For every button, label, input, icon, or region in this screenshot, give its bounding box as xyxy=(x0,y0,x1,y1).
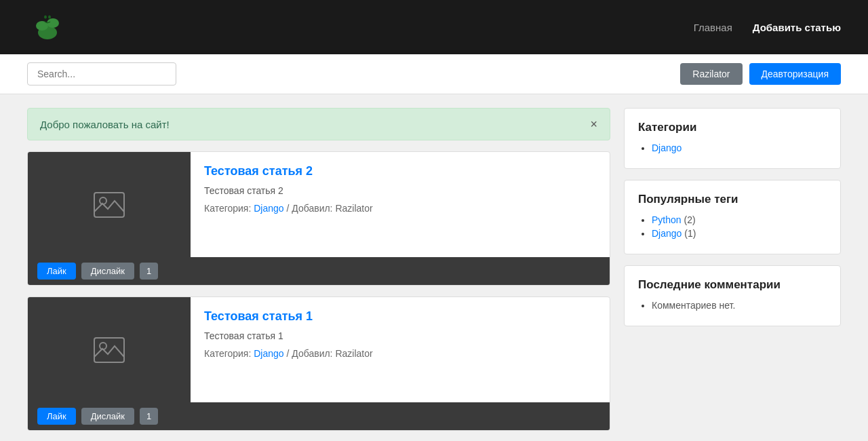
dislike-button[interactable]: Дислайк xyxy=(81,263,134,280)
category-link[interactable]: Django xyxy=(254,203,283,214)
article-title-link[interactable]: Тестовая статья 1 xyxy=(204,309,313,323)
svg-point-5 xyxy=(48,16,51,19)
category-label: Категория: xyxy=(204,203,251,214)
logo-icon xyxy=(27,7,68,47)
list-item: Python (2) xyxy=(652,214,827,225)
svg-rect-6 xyxy=(94,193,124,217)
article-footer: Лайк Дислайк 1 xyxy=(28,257,610,285)
subheader: Razilator Деавторизация xyxy=(0,54,868,94)
vote-count: 1 xyxy=(140,263,158,280)
article-thumbnail xyxy=(28,152,191,257)
welcome-text: Добро пожаловать на сайт! xyxy=(40,119,170,130)
article-card-inner: Тестовая статья 2 Тестовая статья 2 Кате… xyxy=(28,152,610,257)
categories-title: Категории xyxy=(638,121,827,134)
article-body: Тестовая статья 2 xyxy=(204,185,596,196)
list-item: Django (1) xyxy=(652,228,827,239)
list-item: Комментариев нет. xyxy=(652,300,827,311)
article-content: Тестовая статья 2 Тестовая статья 2 Кате… xyxy=(191,152,610,257)
list-item: Django xyxy=(652,142,827,153)
svg-point-4 xyxy=(44,16,47,19)
search-input[interactable] xyxy=(27,62,176,85)
welcome-banner: Добро пожаловать на сайт! × xyxy=(27,108,610,140)
main-container: Добро пожаловать на сайт! × Тестовая ста… xyxy=(0,94,868,441)
category-link[interactable]: Django xyxy=(652,142,682,153)
header: Главная Добавить статью xyxy=(0,0,868,54)
tag-link[interactable]: Python xyxy=(652,214,682,225)
category-label: Категория: xyxy=(204,348,251,359)
article-card: Тестовая статья 1 Тестовая статья 1 Кате… xyxy=(27,296,610,431)
logo xyxy=(27,7,68,47)
tag-count: (1) xyxy=(684,228,696,239)
comments-title: Последние комментарии xyxy=(638,278,827,292)
svg-point-9 xyxy=(100,343,106,349)
tag-count: (2) xyxy=(684,214,695,225)
article-thumbnail xyxy=(28,297,191,402)
article-title-link[interactable]: Тестовая статья 2 xyxy=(204,164,313,178)
svg-rect-8 xyxy=(94,338,124,362)
category-link[interactable]: Django xyxy=(254,348,283,359)
vote-count: 1 xyxy=(140,408,158,425)
popular-tags-title: Популярные теги xyxy=(638,193,827,206)
no-comments-text: Комментариев нет. xyxy=(652,300,735,311)
like-button[interactable]: Лайк xyxy=(37,408,76,425)
dislike-button[interactable]: Дислайк xyxy=(81,408,134,425)
article-body: Тестовая статья 1 xyxy=(204,330,596,341)
articles-section: Добро пожаловать на сайт! × Тестовая ста… xyxy=(27,108,610,431)
comments-list: Комментариев нет. xyxy=(638,300,827,311)
nav-home-link[interactable]: Главная xyxy=(694,22,732,33)
header-nav: Главная Добавить статью xyxy=(694,22,841,33)
tags-list: Python (2) Django (1) xyxy=(638,214,827,239)
banner-close-button[interactable]: × xyxy=(590,118,597,130)
article-footer: Лайк Дислайк 1 xyxy=(28,402,610,430)
article-card-inner: Тестовая статья 1 Тестовая статья 1 Кате… xyxy=(28,297,610,402)
added-label: / Добавил: Razilator xyxy=(287,203,373,214)
categories-card: Категории Django xyxy=(624,108,841,169)
article-content: Тестовая статья 1 Тестовая статья 1 Кате… xyxy=(191,297,610,402)
thumbnail-placeholder xyxy=(93,337,125,364)
article-meta: Категория: Django / Добавил: Razilator xyxy=(204,348,596,359)
image-icon xyxy=(93,191,125,218)
nav-add-article-link[interactable]: Добавить статью xyxy=(753,22,841,33)
thumbnail-placeholder xyxy=(93,191,125,218)
subheader-actions: Razilator Деавторизация xyxy=(680,63,841,85)
added-label: / Добавил: Razilator xyxy=(287,348,373,359)
comments-card: Последние комментарии Комментариев нет. xyxy=(624,265,841,326)
article-meta: Категория: Django / Добавил: Razilator xyxy=(204,203,596,214)
popular-tags-card: Популярные теги Python (2) Django (1) xyxy=(624,180,841,254)
like-button[interactable]: Лайк xyxy=(37,263,76,280)
user-button[interactable]: Razilator xyxy=(680,63,742,85)
tag-link[interactable]: Django xyxy=(652,228,682,239)
sidebar: Категории Django Популярные теги Python … xyxy=(624,108,841,431)
image-icon xyxy=(93,337,125,364)
svg-point-7 xyxy=(100,197,106,204)
categories-list: Django xyxy=(638,142,827,153)
logout-button[interactable]: Деавторизация xyxy=(749,63,841,85)
article-card: Тестовая статья 2 Тестовая статья 2 Кате… xyxy=(27,151,610,286)
